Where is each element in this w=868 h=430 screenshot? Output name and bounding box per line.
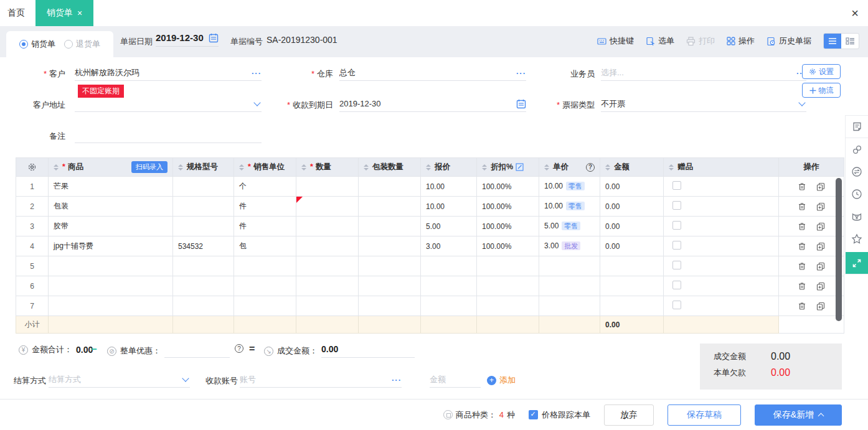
spec-cell[interactable] [173,177,234,197]
header-pkg-qty[interactable]: 包装数量 [359,158,421,177]
price-cell[interactable] [539,296,600,316]
gear-icon[interactable] [27,162,37,172]
history-docs-button[interactable]: 历史单据 [767,35,811,47]
qty-cell[interactable] [296,296,359,316]
qty-cell[interactable] [296,236,359,256]
radio-sales-order[interactable]: 销货单 [19,39,55,50]
help-icon[interactable] [586,163,595,172]
header-amount[interactable]: 金额 [600,158,664,177]
customer-more-icon[interactable] [252,67,262,78]
header-spec[interactable]: 规格型号 [173,158,234,177]
product-cell[interactable]: 芒果 [49,177,173,197]
quote-cell[interactable]: 3.00 [421,236,477,256]
copy-row-icon[interactable] [816,302,825,311]
header-unit[interactable]: 销售单位 [234,158,296,177]
order-discount-input[interactable] [164,344,230,358]
amount-cell[interactable] [600,296,664,316]
calendar-icon[interactable] [516,99,526,109]
discount-cell[interactable]: 100.00% [477,236,539,256]
spec-cell[interactable] [173,197,234,217]
checked-checkbox-icon[interactable] [529,410,538,419]
delete-row-icon[interactable] [798,182,806,191]
amount-cell[interactable]: 0.00 [600,197,664,217]
quote-cell[interactable] [421,276,477,296]
salesman-input[interactable] [601,68,796,77]
amount-cell[interactable] [600,256,664,276]
product-cell[interactable]: jpg十辅导费 [49,236,173,256]
copy-row-icon[interactable] [816,282,825,291]
header-discount[interactable]: 折扣% [477,158,539,177]
qty-cell-flagged[interactable] [296,197,359,217]
shortcut-keys-button[interactable]: 快捷键 [597,35,634,47]
copy-row-icon[interactable] [816,242,825,251]
discount-cell[interactable]: 100.00% [477,177,539,197]
quote-cell[interactable] [421,296,477,316]
customer-input[interactable] [75,68,252,77]
unit-cell[interactable] [234,296,296,316]
unit-cell[interactable]: 包 [234,236,296,256]
abandon-button[interactable]: 放弃 [604,404,654,426]
price-cell[interactable]: 10.00零售 [539,197,600,217]
header-quote[interactable]: 报价 [421,158,477,177]
amount-cell[interactable]: 0.00 [600,217,664,236]
gift-checkbox[interactable] [672,301,681,309]
unit-cell[interactable]: 个 [234,177,296,197]
pkg-qty-cell[interactable] [359,177,421,197]
discount-cell[interactable] [477,276,539,296]
due-date-input[interactable] [339,99,516,108]
spec-cell[interactable] [173,217,234,236]
settle-method-input[interactable] [49,375,183,384]
quote-cell[interactable]: 10.00 [421,177,477,197]
header-qty[interactable]: 数量 [296,158,359,177]
help-icon[interactable] [235,344,243,353]
qty-cell[interactable] [296,276,359,296]
amount-cell[interactable]: 0.00 [600,236,664,256]
pay-amount-input[interactable] [430,375,539,384]
address-input[interactable] [75,99,255,108]
quote-cell[interactable]: 10.00 [421,197,477,217]
amount-cell[interactable] [600,276,664,296]
price-cell[interactable] [539,276,600,296]
spec-cell[interactable] [173,276,234,296]
header-product[interactable]: 商品扫码录入 [49,158,173,177]
qty-cell[interactable] [296,217,359,236]
quote-cell[interactable] [421,256,477,276]
link-icon[interactable] [846,138,868,161]
delete-row-icon[interactable] [798,242,806,251]
discount-cell[interactable] [477,296,539,316]
copy-row-icon[interactable] [816,202,825,211]
amount-cell[interactable]: 0.00 [600,177,664,197]
header-gift[interactable]: 赠品 [664,158,779,177]
card-view-toggle[interactable] [841,34,859,49]
list-view-toggle[interactable] [824,34,841,49]
price-cell[interactable]: 3.00批发 [539,236,600,256]
edit-icon[interactable] [516,163,524,171]
unit-cell[interactable] [234,276,296,296]
copy-row-icon[interactable] [816,262,825,271]
product-cell[interactable] [49,256,173,276]
delete-row-icon[interactable] [798,282,806,291]
gift-checkbox[interactable] [672,261,681,269]
account-input[interactable] [240,375,392,384]
radio-return-order[interactable]: 退货单 [64,39,100,50]
copy-row-icon[interactable] [816,182,825,191]
product-cell[interactable] [49,276,173,296]
qty-cell[interactable] [296,256,359,276]
close-icon[interactable] [848,6,862,20]
spec-cell[interactable] [173,296,234,316]
sort-icon[interactable] [605,164,610,171]
spec-cell[interactable]: 534532 [173,236,234,256]
chevron-down-icon[interactable] [798,99,805,106]
unit-cell[interactable] [234,256,296,276]
column-settings-cell[interactable] [16,158,49,177]
discount-cell[interactable]: 100.00% [477,217,539,236]
scan-entry-button[interactable]: 扫码录入 [131,161,167,173]
sort-icon[interactable] [482,164,487,171]
invoice-type-input[interactable] [601,99,800,108]
qty-cell[interactable] [296,177,359,197]
add-payment-button[interactable]: 添加 [487,375,516,386]
header-price[interactable]: 单价 [539,158,600,177]
warehouse-more-icon[interactable] [516,67,526,78]
note-icon[interactable] [846,116,868,138]
save-draft-button[interactable]: 保存草稿 [668,404,741,426]
